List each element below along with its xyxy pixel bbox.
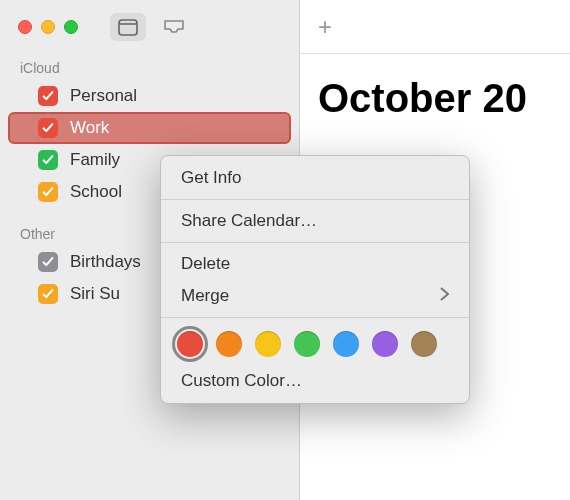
menu-merge[interactable]: Merge (161, 280, 469, 312)
page-title: October 20 (300, 54, 570, 121)
chevron-right-icon (440, 286, 449, 306)
calendar-item[interactable]: Personal (8, 80, 291, 112)
menu-delete[interactable]: Delete (161, 248, 469, 280)
color-swatch-blue[interactable] (333, 331, 359, 357)
color-swatch-yellow[interactable] (255, 331, 281, 357)
menu-label: Delete (181, 254, 230, 274)
maximize-icon[interactable] (64, 20, 78, 34)
add-event-button[interactable]: + (318, 13, 332, 41)
menu-separator (161, 199, 469, 200)
close-icon[interactable] (18, 20, 32, 34)
checkbox-icon[interactable] (38, 284, 58, 304)
inbox-button[interactable] (156, 13, 192, 41)
calendar-view-button[interactable] (110, 13, 146, 41)
color-swatch-brown[interactable] (411, 331, 437, 357)
checkbox-icon[interactable] (38, 252, 58, 272)
traffic-lights (18, 20, 78, 34)
calendar-label: Personal (70, 86, 137, 106)
menu-separator (161, 317, 469, 318)
color-swatch-green[interactable] (294, 331, 320, 357)
calendar-label: Birthdays (70, 252, 141, 272)
context-menu: Get Info Share Calendar… Delete Merge Cu… (160, 155, 470, 404)
color-swatch-purple[interactable] (372, 331, 398, 357)
main-toolbar: + (300, 0, 570, 54)
checkbox-icon[interactable] (38, 118, 58, 138)
checkbox-icon[interactable] (38, 182, 58, 202)
calendar-label: Siri Su (70, 284, 120, 304)
svg-rect-0 (119, 20, 137, 35)
menu-label: Share Calendar… (181, 211, 317, 231)
titlebar (0, 0, 299, 54)
checkbox-icon[interactable] (38, 86, 58, 106)
calendar-label: School (70, 182, 122, 202)
section-header: iCloud (0, 54, 299, 80)
menu-label: Custom Color… (181, 371, 302, 391)
menu-separator (161, 242, 469, 243)
menu-custom-color[interactable]: Custom Color… (161, 365, 469, 397)
menu-label: Get Info (181, 168, 241, 188)
checkbox-icon[interactable] (38, 150, 58, 170)
calendar-item[interactable]: Work (8, 112, 291, 144)
color-swatch-red[interactable] (177, 331, 203, 357)
calendar-label: Family (70, 150, 120, 170)
calendar-icon (118, 18, 138, 36)
menu-get-info[interactable]: Get Info (161, 162, 469, 194)
inbox-icon (163, 19, 185, 35)
menu-label: Merge (181, 286, 229, 306)
color-swatch-row (161, 323, 469, 365)
calendar-label: Work (70, 118, 109, 138)
menu-share-calendar[interactable]: Share Calendar… (161, 205, 469, 237)
minimize-icon[interactable] (41, 20, 55, 34)
color-swatch-orange[interactable] (216, 331, 242, 357)
